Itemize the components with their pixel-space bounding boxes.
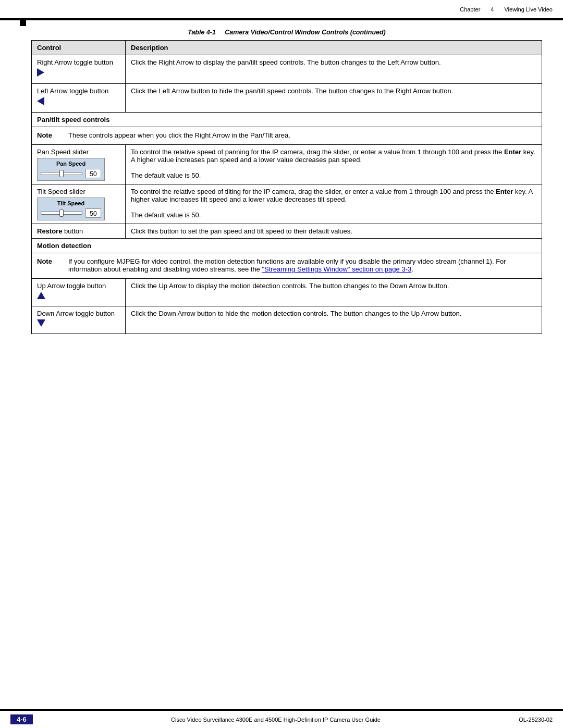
table-row: Restore button Click this button to set … [32,224,542,239]
pan-speed-thumb[interactable] [59,170,64,177]
note-label-motion: Note [37,257,63,273]
control-cell-down: Down Arrow toggle button [32,306,126,334]
table-row: Down Arrow toggle button Click the Down … [32,306,542,334]
desc-cell-restore: Click this button to set the pan speed a… [126,224,542,239]
header-divider [0,19,563,20]
pan-speed-label: Pan Speed slider [37,148,89,156]
page-number: 4-6 [10,714,33,724]
desc-cell: Click the Right Arrow to display the pan… [126,55,542,84]
subheading-row-pantilt: Pan/tilt speed controls [32,113,542,127]
note-text-motion: If you configure MJPEG for video control… [68,257,536,273]
down-arrow-icon [37,319,45,327]
down-arrow-toggle-label: Down Arrow toggle button [37,310,115,317]
control-cell-pan: Pan Speed slider Pan Speed 50 [32,145,126,184]
pan-speed-value: 50 [85,169,101,178]
enter-key-bold2: Enter [496,188,513,195]
footer-doc-num: OL-25230-02 [519,717,553,723]
note-label: Note [37,131,63,139]
note-block-motion: Note If you configure MJPEG for video co… [37,255,536,276]
tilt-speed-label: Tilt Speed slider [37,188,85,195]
col-header-control: Control [32,41,126,55]
up-arrow-toggle-label: Up Arrow toggle button [37,282,106,290]
control-cell-tilt: Tilt Speed slider Tilt Speed 50 [32,184,126,224]
pan-speed-widget[interactable]: Pan Speed 50 [37,158,105,181]
pan-speed-widget-label: Pan Speed [41,161,101,167]
up-arrow-icon [37,292,45,299]
pantilt-subheading: Pan/tilt speed controls [37,116,109,124]
tilt-speed-track[interactable] [41,212,82,215]
chapter-info: Chapter 4 Viewing Live Video [460,6,553,13]
note-cell: Note These controls appear when you clic… [32,127,542,145]
desc-cell-tilt: To control the relative speed of tilting… [126,184,542,224]
pan-speed-track[interactable] [41,172,82,175]
desc-cell-up: Click the Up Arrow to display the motion… [126,279,542,306]
note-row-motion: Note If you configure MJPEG for video co… [32,253,542,279]
page-footer: 4-6 Cisco Video Surveillance 4300E and 4… [0,709,563,728]
control-cell-restore: Restore button [32,224,126,239]
note-block: Note These controls appear when you clic… [37,129,536,142]
table-num: Table 4-1 [188,29,216,36]
desc-cell-pan: To control the relative speed of panning… [126,145,542,184]
desc-cell: Click the Left Arrow button to hide the … [126,84,542,113]
streaming-settings-link[interactable]: "Streaming Settings Window" section on p… [262,265,411,273]
table-row: Up Arrow toggle button Click the Up Arro… [32,279,542,306]
table-row: Right Arrow toggle button Click the Righ… [32,55,542,84]
tilt-speed-value: 50 [85,208,101,218]
restore-button-bold: Restore [37,227,62,235]
desc-cell-down: Click the Down Arrow button to hide the … [126,306,542,334]
control-cell-up: Up Arrow toggle button [32,279,126,306]
right-arrow-toggle-label: Right Arrow toggle button [37,58,113,66]
chapter-num: 4 [491,6,494,13]
tilt-speed-slider-row: 50 [41,208,101,218]
table-title-text: Camera Video/Control Window Controls (co… [225,29,385,36]
corner-mark [20,20,26,26]
table-title: Table 4-1 Camera Video/Control Window Co… [31,29,542,36]
left-arrow-icon [37,97,44,105]
enter-key-bold: Enter [504,148,521,156]
pan-speed-slider-row: 50 [41,169,101,178]
note-cell-motion: Note If you configure MJPEG for video co… [32,253,542,279]
table-header-row: Control Description [32,41,542,55]
table-row: Tilt Speed slider Tilt Speed 50 To contr… [32,184,542,224]
chapter-label: Chapter [460,6,480,13]
table-row: Left Arrow toggle button Click the Left … [32,84,542,113]
control-cell: Left Arrow toggle button [32,84,126,113]
table-row: Pan Speed slider Pan Speed 50 To control… [32,145,542,184]
subheading-cell-motion: Motion detection [32,239,542,253]
subheading-cell-pantilt: Pan/tilt speed controls [32,113,542,127]
section-title: Viewing Live Video [504,6,553,13]
left-arrow-toggle-label: Left Arrow toggle button [37,87,108,95]
tilt-speed-thumb[interactable] [59,209,64,217]
main-content: Table 4-1 Camera Video/Control Window Co… [31,29,542,334]
motion-subheading: Motion detection [37,242,91,250]
note-text: These controls appear when you click the… [68,131,290,139]
control-cell: Right Arrow toggle button [32,55,126,84]
col-header-description: Description [126,41,542,55]
right-arrow-icon [37,68,44,77]
page-header: Chapter 4 Viewing Live Video [0,0,563,19]
tilt-speed-widget[interactable]: Tilt Speed 50 [37,198,105,220]
tilt-speed-widget-label: Tilt Speed [41,200,101,206]
subheading-row-motion: Motion detection [32,239,542,253]
footer-doc-title: Cisco Video Surveillance 4300E and 4500E… [171,717,381,723]
note-row: Note These controls appear when you clic… [32,127,542,145]
controls-table: Control Description Right Arrow toggle b… [31,40,542,334]
